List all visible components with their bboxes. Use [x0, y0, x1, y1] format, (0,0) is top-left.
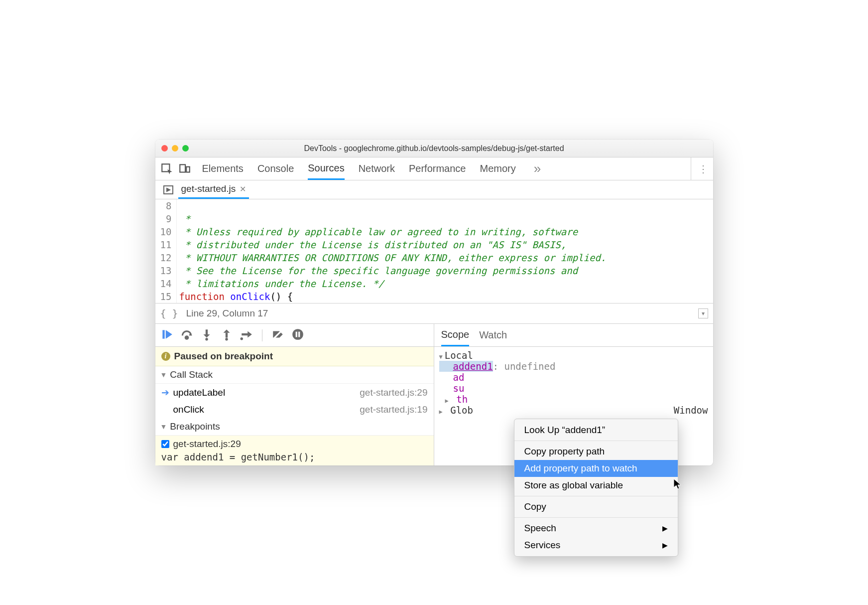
tab-sources[interactable]: Sources [308, 157, 344, 180]
tab-network[interactable]: Network [359, 157, 395, 180]
svg-marker-10 [203, 334, 210, 338]
close-traffic-light[interactable] [161, 145, 168, 151]
callstack-frame[interactable]: ➔updateLabel get-started.js:29 [155, 384, 434, 401]
menu-speech[interactable]: Speech▶ [514, 520, 678, 537]
deactivate-breakpoints-icon[interactable] [271, 328, 284, 343]
step-icon[interactable] [240, 328, 253, 343]
tab-elements[interactable]: Elements [202, 157, 244, 180]
file-tab-label: get-started.js [181, 183, 236, 194]
scope-variable[interactable]: su [439, 383, 708, 394]
breakpoint-item[interactable]: get-started.js:29 var addend1 = getNumbe… [155, 436, 434, 465]
device-toolbar-icon[interactable] [178, 162, 191, 175]
window-title: DevTools - googlechrome.github.io/devtoo… [155, 144, 713, 153]
svg-rect-15 [242, 333, 248, 335]
svg-rect-5 [162, 330, 164, 338]
svg-rect-21 [298, 331, 300, 337]
tab-scope[interactable]: Scope [441, 324, 470, 346]
menu-services[interactable]: Services▶ [514, 537, 678, 554]
code-content[interactable]: * * Unless required by applicable law or… [177, 199, 608, 303]
more-tabs-icon[interactable]: » [530, 161, 545, 176]
menu-add-property-path-to-watch[interactable]: Add property path to watch [514, 460, 678, 477]
svg-marker-6 [165, 330, 172, 338]
file-tab-get-started[interactable]: get-started.js ✕ [178, 180, 249, 199]
disclosure-triangle-icon: ▼ [160, 423, 167, 431]
scope-tree[interactable]: ▼Local addend1: undefined ad su ▶ th ▶ G… [434, 347, 713, 419]
submenu-arrow-icon: ▶ [662, 524, 668, 532]
step-into-icon[interactable] [200, 328, 213, 343]
scope-global-value: Window [674, 405, 708, 416]
svg-marker-4 [167, 188, 170, 191]
main-toolbar: Elements Console Sources Network Perform… [155, 157, 713, 180]
debug-controls [155, 324, 434, 347]
traffic-lights [161, 145, 189, 151]
current-frame-icon: ➔ [161, 387, 169, 398]
info-icon: i [161, 352, 170, 361]
paused-banner: i Paused on breakpoint [155, 347, 434, 366]
editor-statusbar: { } Line 29, Column 17 ▾ [155, 303, 713, 324]
kebab-menu-icon[interactable]: ⋮ [698, 163, 708, 175]
context-menu: Look Up “addend1” Copy property path Add… [514, 419, 678, 557]
scope-variable-addend1[interactable]: addend1 [439, 361, 493, 372]
svg-point-11 [205, 338, 208, 340]
close-icon[interactable]: ✕ [240, 184, 246, 194]
menu-copy-property-path[interactable]: Copy property path [514, 443, 678, 460]
svg-rect-2 [186, 166, 190, 172]
devtools-window: DevTools - googlechrome.github.io/devtoo… [155, 140, 713, 465]
panel-tabs: Elements Console Sources Network Perform… [202, 157, 686, 180]
pause-exceptions-icon[interactable] [291, 328, 304, 343]
debugger-left-panel: i Paused on breakpoint ▼ Call Stack ➔upd… [155, 324, 434, 465]
svg-marker-16 [248, 331, 252, 337]
svg-rect-1 [180, 164, 185, 172]
zoom-traffic-light[interactable] [182, 145, 189, 151]
cursor-position: Line 29, Column 17 [186, 308, 268, 319]
tab-console[interactable]: Console [257, 157, 294, 180]
tab-watch[interactable]: Watch [479, 329, 507, 341]
svg-point-14 [225, 338, 228, 340]
breakpoint-checkbox[interactable] [161, 440, 169, 448]
tab-memory[interactable]: Memory [480, 157, 516, 180]
titlebar: DevTools - googlechrome.github.io/devtoo… [155, 140, 713, 157]
disclosure-triangle-icon: ▼ [160, 371, 167, 379]
tab-performance[interactable]: Performance [409, 157, 466, 180]
collapse-icon[interactable]: ▾ [698, 308, 708, 318]
svg-rect-13 [225, 332, 227, 337]
step-over-icon[interactable] [180, 328, 193, 343]
breakpoints-header[interactable]: ▼ Breakpoints [155, 418, 434, 436]
scope-watch-tabs: Scope Watch [434, 324, 713, 347]
menu-lookup[interactable]: Look Up “addend1” [514, 422, 678, 439]
svg-point-7 [185, 336, 188, 338]
step-out-icon[interactable] [220, 328, 233, 343]
minimize-traffic-light[interactable] [172, 145, 178, 151]
inspect-element-icon[interactable] [160, 162, 173, 175]
svg-rect-9 [205, 329, 207, 335]
submenu-arrow-icon: ▶ [662, 541, 668, 549]
pretty-print-icon[interactable]: { } [160, 307, 178, 319]
resume-icon[interactable] [160, 328, 173, 343]
svg-point-17 [240, 337, 243, 339]
svg-point-19 [292, 329, 303, 340]
menu-store-as-global[interactable]: Store as global variable [514, 477, 678, 494]
callstack-header[interactable]: ▼ Call Stack [155, 366, 434, 384]
scope-variable[interactable]: ad [439, 372, 708, 383]
code-editor[interactable]: 8910 111213 141516 * * Unless required b… [155, 199, 713, 303]
svg-marker-12 [223, 329, 230, 333]
callstack-frame[interactable]: onClick get-started.js:19 [155, 401, 434, 418]
line-gutter: 8910 111213 141516 [155, 199, 177, 303]
menu-copy[interactable]: Copy [514, 498, 678, 515]
file-tab-bar: get-started.js ✕ [155, 180, 713, 199]
svg-rect-20 [295, 331, 297, 337]
navigator-toggle-icon[interactable] [162, 184, 174, 196]
